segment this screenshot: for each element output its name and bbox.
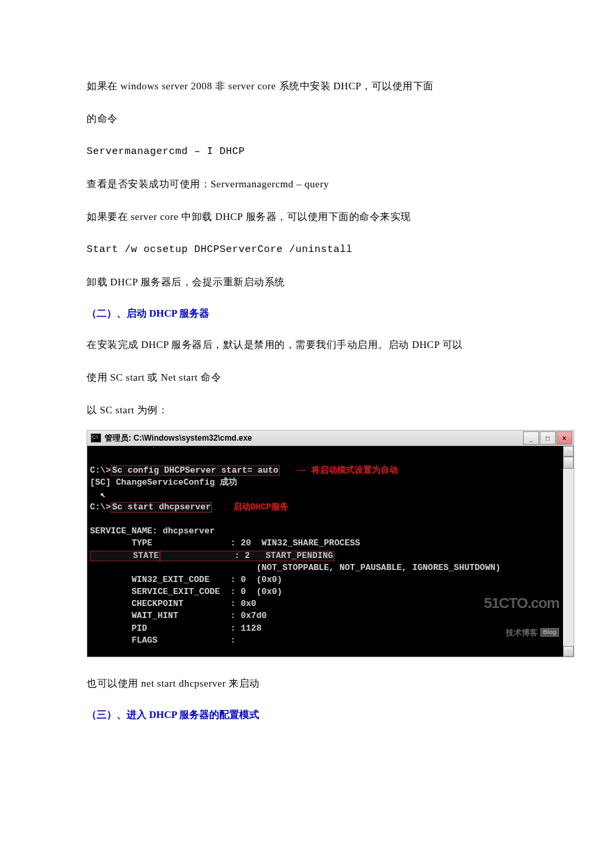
annotation: 启动DHCP服务	[233, 502, 289, 512]
window-title: 管理员: C:\Windows\system32\cmd.exe	[105, 433, 523, 444]
term-line: PID : 1128	[90, 623, 261, 633]
section-heading-3: （三）、进入 DHCP 服务器的配置模式	[87, 709, 550, 721]
command-text: Servermanagercmd – I DHCP	[87, 139, 550, 165]
window-titlebar[interactable]: 管理员: C:\Windows\system32\cmd.exe _ □ ×	[87, 431, 574, 446]
paragraph: 也可以使用 net start dhcpserver 来启动	[87, 671, 550, 697]
term-line: (NOT_STOPPABLE, NOT_PAUSABLE, IGNORES_SH…	[90, 563, 500, 573]
paragraph: 卸载 DHCP 服务器后，会提示重新启动系统	[87, 269, 550, 295]
term-line: FLAGS :	[90, 635, 235, 645]
term-line: C:\>Sc config DHCPServer start= auto ←— …	[90, 465, 398, 475]
scroll-up-button[interactable]: ▲	[563, 446, 574, 457]
cmd-icon	[91, 433, 101, 443]
term-line: CHECKPOINT : 0x0	[90, 599, 257, 609]
term-line: STATE : 2 START_PENDING	[90, 551, 334, 561]
paragraph: 以 SC start 为例：	[87, 397, 550, 423]
watermark: 51CTO.com 技术博客Blog	[484, 579, 559, 654]
minimize-button[interactable]: _	[523, 431, 539, 445]
paragraph: 使用 SC start 或 Net start 命令	[87, 365, 550, 391]
paragraph: 的命令	[87, 106, 550, 132]
paragraph: 在安装完成 DHCP 服务器后，默认是禁用的，需要我们手动启用。启动 DHCP …	[87, 332, 550, 358]
paragraph: 查看是否安装成功可使用：Servermanagercmd – query	[87, 171, 550, 197]
term-line: WAIT_HINT : 0x7d0	[90, 611, 267, 621]
close-button[interactable]: ×	[556, 431, 572, 445]
maximize-button[interactable]: □	[540, 431, 556, 445]
term-line: [SC] ChangeServiceConfig 成功	[90, 477, 237, 487]
vertical-scrollbar[interactable]: ▲ ▼	[563, 446, 574, 657]
paragraph: 如果要在 server core 中卸载 DHCP 服务器，可以使用下面的命令来…	[87, 204, 550, 230]
cmd-window: 管理员: C:\Windows\system32\cmd.exe _ □ × C…	[87, 430, 574, 657]
scroll-thumb[interactable]	[563, 457, 574, 469]
term-line: SERVICE_NAME: dhcpserver	[90, 526, 215, 536]
term-line: TYPE : 20 WIN32_SHARE_PROCESS	[90, 538, 360, 548]
document-page: 如果在 windows server 2008 非 server core 系统…	[0, 0, 613, 787]
command-text: Start /w ocsetup DHCPServerCore /uninsta…	[87, 237, 550, 263]
window-controls: _ □ ×	[523, 431, 574, 445]
section-heading-2: （二）、启动 DHCP 服务器	[87, 307, 550, 320]
term-line: WIN32_EXIT_CODE : 0 (0x0)	[90, 575, 283, 585]
scroll-down-button[interactable]: ▼	[563, 646, 574, 657]
term-line: SERVICE_EXIT_CODE : 0 (0x0)	[90, 587, 283, 597]
annotation: 将启动模式设置为自动	[311, 465, 398, 475]
term-line: C:\>Sc start dhcpserver 启动DHCP服务	[90, 502, 289, 512]
terminal-output[interactable]: C:\>Sc config DHCPServer start= auto ←— …	[87, 446, 574, 657]
paragraph: 如果在 windows server 2008 非 server core 系统…	[87, 73, 550, 99]
